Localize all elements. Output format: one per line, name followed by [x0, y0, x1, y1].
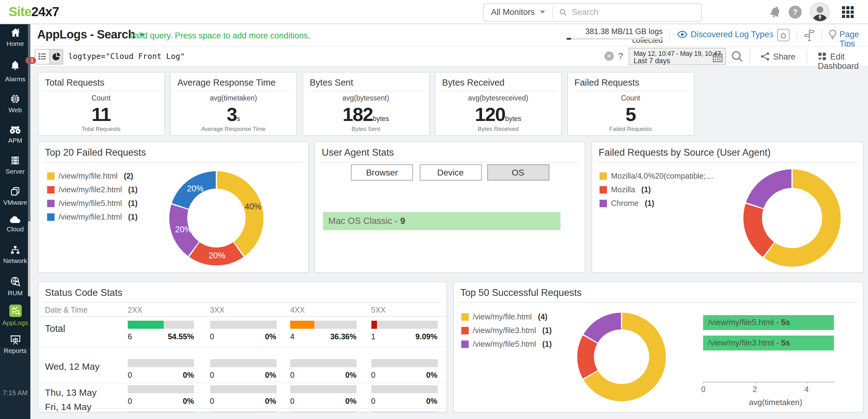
- panel-status-code-stats: Status Code Stats Date & Time 2XX 3XX 4X…: [37, 281, 447, 413]
- panel-user-agent-stats: User Agent Stats Browser Device OS Mac O…: [314, 141, 585, 273]
- query-bar: logtype="Cloud Front Log" ✕ ? May 12, 10…: [30, 46, 868, 67]
- lightbulb-icon: [828, 29, 837, 41]
- card-metric: avg(bytessent): [303, 94, 429, 102]
- notification-bell-icon[interactable]: [769, 6, 782, 19]
- os-stat-bar[interactable]: Mac OS Classic - 9: [323, 212, 560, 230]
- apps-grid-icon[interactable]: [842, 6, 854, 18]
- card-title: Total Requests: [45, 78, 104, 87]
- site24x7-logo[interactable]: Site24x7: [9, 4, 59, 19]
- query-help-icon[interactable]: ?: [618, 51, 623, 60]
- sidebar-clock: 7:15 AM: [0, 389, 30, 396]
- tab-browser[interactable]: Browser: [351, 164, 413, 180]
- chart-view-button[interactable]: [49, 49, 63, 64]
- legend-item[interactable]: Mozilla/4.0%20(compatible;%20M…: [599, 172, 716, 180]
- sidebar-item-home[interactable]: Home: [0, 27, 30, 47]
- col-header-4xx: 4XX: [290, 305, 305, 314]
- logo-text-dark: 24x7: [31, 4, 59, 19]
- sidebar-item-cloud[interactable]: Cloud: [0, 215, 30, 233]
- sidebar-item-alarms[interactable]: 31 Alarms: [0, 60, 30, 83]
- donut-pct-label: 20%: [175, 225, 192, 234]
- card-caption: Average Response Time: [170, 125, 297, 132]
- tab-device[interactable]: Device: [420, 164, 482, 180]
- list-icon: [38, 53, 46, 60]
- status-bar-3xx: [210, 320, 276, 328]
- legend-swatch: [47, 186, 54, 193]
- logo-text-green: Site: [9, 4, 31, 19]
- legend-item[interactable]: Chrome(1): [599, 199, 654, 208]
- status-bar-4xx: [290, 359, 356, 367]
- card-caption: Bytes Sent: [303, 125, 429, 132]
- successful-requests-donut-chart[interactable]: [577, 312, 666, 401]
- date-range-picker[interactable]: May 12, 10:47 - May 19, 10:47 Last 7 day…: [629, 48, 726, 65]
- card-metric: Count: [568, 94, 693, 102]
- hbar-file3[interactable]: /view/my/file3.html - 5s: [703, 336, 834, 351]
- legend-swatch: [461, 327, 468, 334]
- page-title-dropdown[interactable]: AppLogs - Search: [37, 28, 145, 41]
- sidebar-scrollbar-track[interactable]: [28, 221, 30, 297]
- legend-swatch: [47, 173, 54, 180]
- sidebar-item-label: AppLogs: [0, 319, 30, 326]
- card-caption: Bytes Received: [435, 125, 561, 132]
- col-header-date: Date & Time: [45, 305, 88, 314]
- sidebar-scrollbar-thumb[interactable]: [28, 24, 30, 221]
- help-icon[interactable]: ?: [788, 6, 802, 19]
- status-bar-3xx: [210, 359, 276, 367]
- legend-item[interactable]: /view/my/file5.html(1): [47, 199, 137, 208]
- global-search-input[interactable]: [571, 7, 695, 17]
- legend-item[interactable]: /view/my/file1.html(1): [47, 213, 137, 221]
- sidebar-item-label: RUM: [0, 289, 30, 297]
- card-title: Failed Requests: [575, 78, 640, 87]
- legend-item[interactable]: /view/my/file3.html(1): [461, 326, 552, 335]
- legend-swatch: [599, 173, 607, 180]
- sidebar-item-label: Server: [0, 168, 30, 175]
- card-caption: Failed Requests: [568, 125, 693, 132]
- sidebar-item-server[interactable]: Server: [0, 156, 30, 175]
- user-avatar[interactable]: [810, 2, 830, 22]
- legend-item[interactable]: /view/my/file.html(2): [47, 172, 133, 180]
- col-header-5xx: 5XX: [371, 305, 385, 314]
- clear-query-icon[interactable]: ✕: [604, 52, 614, 61]
- status-bar-3xx: [210, 385, 276, 393]
- run-search-icon[interactable]: [731, 50, 743, 62]
- x-tick-0: 0: [701, 385, 706, 394]
- legend-item[interactable]: /view/my/file2.html(1): [47, 185, 137, 194]
- donut-pct-label: 20%: [187, 184, 204, 193]
- failed-by-source-donut-chart[interactable]: [743, 170, 841, 267]
- discovered-log-types-link[interactable]: Discovered Log Types: [691, 30, 773, 39]
- app-root: Site24x7 All Monitors ? Home: [0, 0, 868, 419]
- col-header-2xx: 2XX: [128, 305, 142, 314]
- server-stack-icon: [10, 156, 21, 166]
- sidebar-item-apm[interactable]: APM: [0, 125, 30, 144]
- panel-failed-by-source: Failed Requests by Source (User Agent) M…: [591, 141, 863, 273]
- legend-swatch: [47, 213, 54, 221]
- edit-dashboard-icon: [818, 52, 827, 60]
- sidebar-item-rum[interactable]: RUM: [0, 276, 30, 297]
- query-input[interactable]: logtype="Cloud Front Log": [68, 51, 185, 60]
- legend-item[interactable]: Mozilla(1): [599, 185, 651, 194]
- sidebar-item-applogs[interactable]: AppLogs: [0, 304, 30, 326]
- list-view-button[interactable]: [35, 49, 49, 64]
- hbar-file5[interactable]: /view/my/file5.html - 5s: [703, 315, 834, 330]
- sidebar-item-reports[interactable]: Reports: [0, 334, 30, 354]
- tab-os[interactable]: OS: [487, 164, 549, 180]
- date-preset-text: Last 7 days: [633, 57, 711, 64]
- legend-swatch: [599, 200, 607, 207]
- default-dashboard-icon[interactable]: [777, 29, 790, 41]
- sidebar-item-web[interactable]: Web: [0, 94, 30, 114]
- edit-dashboard-button[interactable]: Edit Dashboard: [818, 52, 868, 70]
- date-range-text: May 12, 10:47 - May 19, 10:47: [633, 49, 711, 57]
- legend-item[interactable]: /view/my/file.html(4): [461, 312, 548, 321]
- donut-pct-label: 40%: [245, 202, 261, 211]
- sidebar-item-network[interactable]: Network: [0, 245, 30, 264]
- pie-chart-icon: [52, 52, 60, 61]
- legend-item[interactable]: /view/my/file5.html(1): [461, 339, 552, 348]
- reports-board-icon: [10, 334, 21, 345]
- sidebar-item-label: VMware: [0, 199, 30, 206]
- monitor-scope-dropdown[interactable]: All Monitors: [484, 7, 552, 17]
- stat-card-avg-response-time: Average Response Time avg(timetaken) 3s …: [170, 72, 297, 136]
- page-tips-link[interactable]: Page Tips: [839, 30, 868, 49]
- share-button[interactable]: Share: [761, 52, 796, 61]
- sidebar-item-vmware[interactable]: VMware: [0, 186, 30, 206]
- signpost-icon[interactable]: [804, 29, 815, 41]
- alarms-bell-icon: [10, 60, 21, 71]
